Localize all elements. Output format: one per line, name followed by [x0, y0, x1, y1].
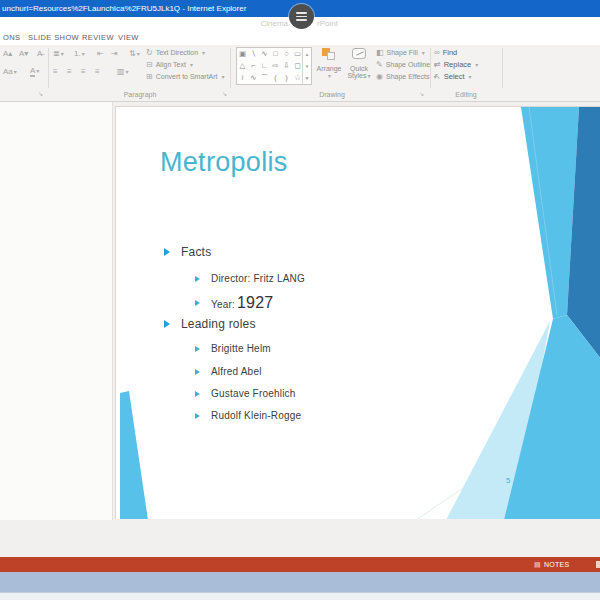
- year-label: Year:: [211, 299, 235, 310]
- paragraph-dialog-launcher-icon[interactable]: ↘: [222, 90, 227, 97]
- shape-icon[interactable]: ∖: [248, 48, 259, 60]
- ie-window: unchurl=Resources%2FLaunchIca%2FRU5JLk1Q…: [0, 0, 600, 600]
- status-right-fragment: [596, 561, 600, 568]
- bottom-taskbar: [0, 572, 600, 592]
- gallery-down-icon[interactable]: ▾: [306, 60, 309, 72]
- decrease-indent-button[interactable]: ⇤: [97, 49, 104, 58]
- bullet-triangle-icon: [195, 346, 200, 352]
- align-center-button[interactable]: ≡: [67, 67, 72, 76]
- numbering-button[interactable]: 1.▾: [74, 49, 85, 58]
- arrange-button[interactable]: Arrange ▾: [314, 48, 344, 79]
- drawing-dialog-launcher-icon[interactable]: ↘: [419, 90, 424, 97]
- group-divider: [502, 48, 503, 88]
- tab-animations-fragment[interactable]: ONS: [3, 31, 20, 45]
- bullet-leading-roles-heading[interactable]: Leading roles: [164, 317, 256, 331]
- align-left-button[interactable]: ≡: [53, 67, 58, 76]
- gallery-up-icon[interactable]: ▴: [306, 48, 309, 60]
- paragraph-group-label: Paragraph: [95, 90, 185, 100]
- replace-icon: ⇄: [434, 60, 441, 69]
- shape-fill-button[interactable]: ◧ Shape Fill ▾: [376, 47, 425, 58]
- align-text-icon: ⊟: [146, 60, 153, 69]
- shrink-font-button[interactable]: A▾: [19, 49, 28, 58]
- bullet-year[interactable]: Year:1927: [195, 294, 273, 312]
- font-color-button[interactable]: A▾: [30, 66, 39, 77]
- select-button[interactable]: ↖ Select ▾: [434, 71, 472, 82]
- font-dialog-launcher-icon[interactable]: ↘: [38, 90, 43, 97]
- chevron-down-icon: ▾: [469, 73, 472, 80]
- shape-icon[interactable]: ○: [281, 48, 292, 60]
- menu-circle-button[interactable]: [289, 4, 314, 29]
- slide-title[interactable]: Metropolis: [160, 147, 288, 178]
- bottom-strip: [0, 592, 600, 600]
- shape-icon[interactable]: ∿: [259, 48, 270, 60]
- shape-icon[interactable]: ≀: [237, 72, 248, 84]
- gallery-more-icon[interactable]: ▼: [305, 72, 310, 84]
- notes-icon: ▤: [534, 561, 541, 569]
- shape-icon[interactable]: ⌐: [248, 60, 259, 72]
- justify-button[interactable]: ≡: [95, 67, 100, 76]
- text-direction-button[interactable]: ↻ Text Direction ▾: [146, 47, 205, 58]
- thumbnail-pane[interactable]: [0, 102, 113, 520]
- shape-outline-button[interactable]: ✎ Shape Outline ▾: [376, 59, 437, 70]
- select-icon: ↖: [434, 72, 441, 81]
- gallery-scrollbar[interactable]: ▴ ▾ ▼: [302, 48, 311, 84]
- shape-icon[interactable]: △: [237, 60, 248, 72]
- editor-workspace: Metropolis Facts Director: Fritz LANG Ye…: [0, 102, 600, 557]
- bullet-role-1[interactable]: Brigitte Helm: [195, 342, 271, 355]
- replace-button[interactable]: ⇄ Replace ▾: [434, 59, 478, 70]
- shape-effects-button[interactable]: ◉ Shape Effects ▾: [376, 71, 436, 82]
- ribbon: A▴ A▾ A̶ Aa▾ A▾ ↘ ≣▾ 1.▾ ⇤ ⇥ ⇅▾ ≡ ≡ ≡ ≡ …: [0, 45, 600, 102]
- chevron-down-icon: ▾: [14, 69, 17, 75]
- quick-styles-button[interactable]: Quick Styles▾: [346, 48, 372, 79]
- increase-indent-button[interactable]: ⇥: [111, 49, 118, 58]
- group-divider: [230, 48, 231, 88]
- bullet-role-2[interactable]: Alfred Abel: [195, 365, 262, 378]
- tab-review[interactable]: REVIEW: [82, 31, 114, 45]
- shape-icon[interactable]: ▣: [237, 48, 248, 60]
- columns-button[interactable]: ▥▾: [117, 67, 129, 76]
- change-case-button[interactable]: Aa▾: [3, 67, 17, 76]
- bullet-triangle-icon: [195, 413, 200, 419]
- convert-to-smartart-button[interactable]: ⊞ Convert to SmartArt ▾: [146, 71, 225, 82]
- chevron-down-icon: ▾: [422, 49, 425, 56]
- text-direction-icon: ↻: [146, 48, 153, 57]
- arrange-icon: [322, 48, 336, 60]
- find-button[interactable]: ∞ Find: [434, 47, 457, 58]
- shape-icon[interactable]: ): [281, 72, 292, 84]
- ribbon-tab-bar: ONS SLIDE SHOW REVIEW VIEW: [0, 31, 600, 45]
- bullet-triangle-icon: [195, 391, 200, 397]
- smartart-icon: ⊞: [146, 72, 153, 81]
- shape-icon[interactable]: ⌒: [259, 72, 270, 84]
- align-right-button[interactable]: ≡: [81, 67, 86, 76]
- shape-icon[interactable]: ∟: [259, 60, 270, 72]
- tab-slide-show[interactable]: SLIDE SHOW: [28, 31, 79, 45]
- shapes-gallery[interactable]: ▣ ∖ ∿ □ ○ ▭ △ ⌐ ∟ ⇨ ⇩ ◻ ≀ ∿ ⌒ ( ) ☆: [236, 47, 312, 85]
- tab-view[interactable]: VIEW: [118, 31, 139, 45]
- bullet-director[interactable]: Director: Fritz LANG: [195, 272, 305, 285]
- notes-toggle-button[interactable]: ▤ NOTES: [534, 557, 570, 572]
- hamburger-icon: [296, 12, 307, 14]
- shape-icon[interactable]: ∿: [248, 72, 259, 84]
- bullet-triangle-icon: [164, 320, 170, 328]
- slide-canvas[interactable]: Metropolis Facts Director: Fritz LANG Ye…: [115, 106, 600, 519]
- grow-font-button[interactable]: A▴: [3, 49, 12, 58]
- bullet-facts-heading[interactable]: Facts: [164, 245, 211, 259]
- drawing-group-label: Drawing: [294, 90, 370, 100]
- shape-icon[interactable]: ⇨: [270, 60, 281, 72]
- bullet-role-3[interactable]: Gustave Froehlich: [195, 387, 296, 400]
- line-spacing-button[interactable]: ⇅▾: [129, 49, 140, 58]
- align-text-button[interactable]: ⊟ Align Text ▾: [146, 59, 193, 70]
- bullet-triangle-icon: [195, 276, 200, 282]
- chevron-down-icon: ▾: [475, 61, 478, 68]
- shape-fill-icon: ◧: [376, 48, 384, 57]
- shape-icon[interactable]: (: [270, 72, 281, 84]
- year-value: 1927: [237, 294, 273, 311]
- clear-formatting-icon[interactable]: A̶: [37, 49, 42, 58]
- shape-icon[interactable]: ⇩: [281, 60, 292, 72]
- status-bar: ▤ NOTES: [0, 557, 600, 572]
- window-title: unchurl=Resources%2FLaunchIca%2FRU5JLk1Q…: [2, 4, 246, 13]
- shape-icon[interactable]: □: [270, 48, 281, 60]
- bullet-triangle-icon: [164, 248, 170, 256]
- bullets-button[interactable]: ≣▾: [53, 49, 64, 58]
- bullet-role-4[interactable]: Rudolf Klein-Rogge: [195, 409, 301, 422]
